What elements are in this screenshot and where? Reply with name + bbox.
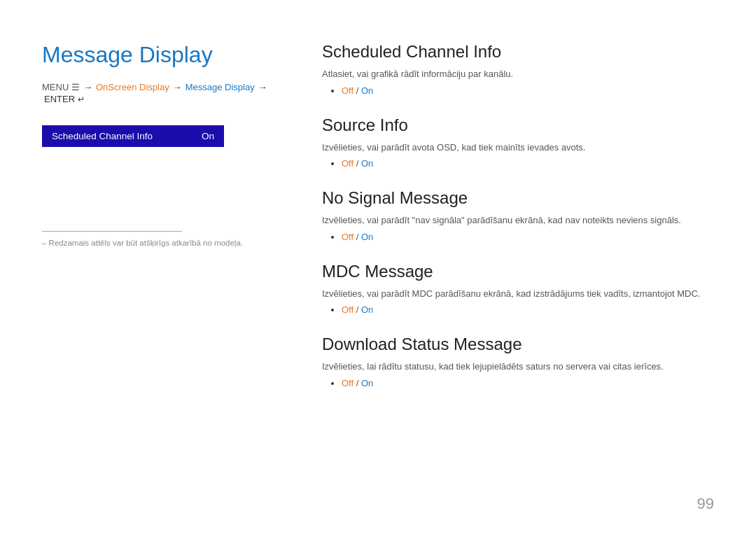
option-slash: / <box>354 85 361 96</box>
option-off-on-download-status-message[interactable]: Off / On <box>342 378 714 388</box>
section-title-download-status-message: Download Status Message <box>322 335 714 354</box>
section-source-info: Source InfoIzvēlieties, vai parādīt avot… <box>322 115 714 169</box>
section-title-source-info: Source Info <box>322 115 714 135</box>
section-desc-source-info: Izvēlieties, vai parādīt avota OSD, kad … <box>322 141 714 155</box>
section-options-source-info: Off / On <box>322 158 714 169</box>
option-off-on-no-signal-message[interactable]: Off / On <box>342 232 714 242</box>
section-desc-download-status-message: Izvēlieties, lai rādītu statusu, kad tie… <box>322 360 714 374</box>
breadcrumb-link-onscreen[interactable]: OnScreen Display <box>96 82 169 92</box>
option-on[interactable]: On <box>361 304 373 315</box>
option-slash: / <box>354 378 361 388</box>
divider <box>42 231 182 232</box>
footnote: – Redzamais attēls var būt atšķirīgs atk… <box>42 239 280 247</box>
page-title: Message Display <box>42 42 280 68</box>
option-slash: / <box>354 232 361 242</box>
option-on[interactable]: On <box>361 232 373 242</box>
breadcrumb-arrow-3: → <box>258 82 267 92</box>
section-no-signal-message: No Signal MessageIzvēlieties, vai parādī… <box>322 188 714 242</box>
option-on[interactable]: On <box>361 378 373 388</box>
menu-item-value: On <box>202 131 214 141</box>
section-title-mdc-message: MDC Message <box>322 262 714 281</box>
option-on[interactable]: On <box>361 85 373 96</box>
option-off[interactable]: Off <box>342 304 354 315</box>
menu-item-scheduled-channel-info[interactable]: Scheduled Channel Info On <box>42 125 224 147</box>
section-scheduled-channel-info: Scheduled Channel InfoAtlasiet, vai graf… <box>322 42 714 96</box>
section-options-no-signal-message: Off / On <box>322 232 714 242</box>
breadcrumb-enter: ENTER ↵ <box>44 94 85 104</box>
section-title-scheduled-channel-info: Scheduled Channel Info <box>322 42 714 62</box>
section-download-status-message: Download Status MessageIzvēlieties, lai … <box>322 335 714 388</box>
breadcrumb-current: Message Display <box>186 82 255 92</box>
section-desc-no-signal-message: Izvēlieties, vai parādīt "nav signāla" p… <box>322 213 714 227</box>
breadcrumb-arrow-2: → <box>173 82 182 92</box>
option-off[interactable]: Off <box>342 85 354 96</box>
option-on[interactable]: On <box>361 158 373 169</box>
option-off-on-source-info[interactable]: Off / On <box>342 158 714 169</box>
breadcrumb-menu: MENU ☰ <box>42 82 80 92</box>
option-slash: / <box>354 158 361 169</box>
section-mdc-message: MDC MessageIzvēlieties, vai parādīt MDC … <box>322 262 714 316</box>
section-title-no-signal-message: No Signal Message <box>322 188 714 208</box>
menu-item-label: Scheduled Channel Info <box>52 131 153 141</box>
section-desc-mdc-message: Izvēlieties, vai parādīt MDC parādīšanu … <box>322 287 714 301</box>
breadcrumb: MENU ☰ → OnScreen Display → Message Disp… <box>42 82 280 104</box>
option-off[interactable]: Off <box>342 378 354 388</box>
right-panel: Scheduled Channel InfoAtlasiet, vai graf… <box>308 42 714 506</box>
section-options-scheduled-channel-info: Off / On <box>322 85 714 96</box>
option-off[interactable]: Off <box>342 232 354 242</box>
left-panel: Message Display MENU ☰ → OnScreen Displa… <box>42 42 308 506</box>
section-desc-scheduled-channel-info: Atlasiet, vai grafikā rādīt informāciju … <box>322 67 714 81</box>
section-options-download-status-message: Off / On <box>322 378 714 388</box>
option-slash: / <box>354 304 361 315</box>
page-number: 99 <box>697 495 714 513</box>
option-off-on-scheduled-channel-info[interactable]: Off / On <box>342 85 714 96</box>
option-off[interactable]: Off <box>342 158 354 169</box>
section-options-mdc-message: Off / On <box>322 304 714 315</box>
option-off-on-mdc-message[interactable]: Off / On <box>342 304 714 315</box>
breadcrumb-arrow-1: → <box>83 82 92 92</box>
